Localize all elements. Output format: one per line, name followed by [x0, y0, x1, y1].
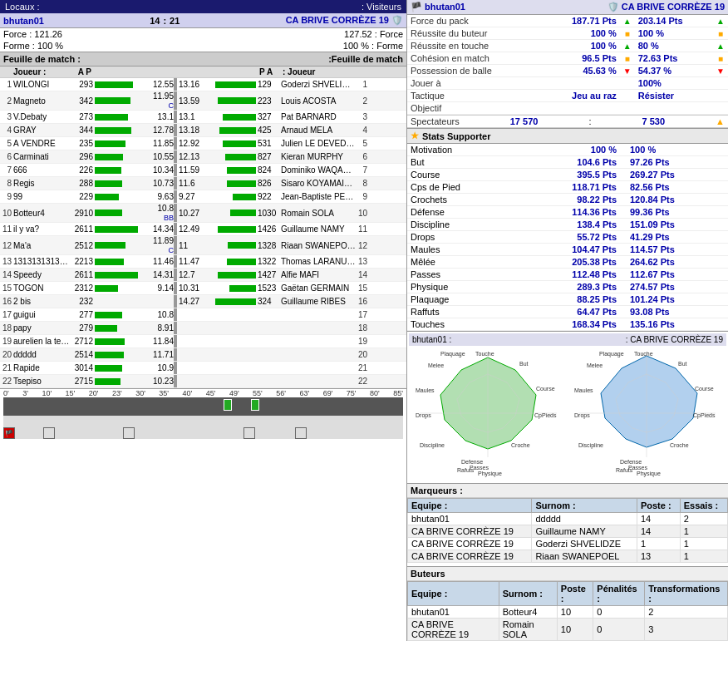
svg-text:Course: Course [695, 386, 714, 392]
svg-text:Defense: Defense [620, 459, 642, 465]
player-ap-left: 279 [70, 323, 93, 333]
player-name-left: A VENDRE [12, 139, 70, 148]
buteur-row: CA BRIVE CORRÈZE 19 Romain SOLA 10 0 3 [408, 619, 728, 641]
supporter-row: Raffuts 64.47 Pts 93.08 Pts [407, 306, 728, 318]
player-name-left: ddddd [12, 350, 70, 359]
bar-left [93, 224, 147, 234]
supporter-val-left: 64.47 Pts [519, 306, 620, 318]
spectateurs-home: 17 570 [510, 116, 539, 126]
bar-right [204, 283, 258, 293]
player-num-left: 6 [0, 152, 12, 161]
visitors-label: : Visiteurs [362, 2, 401, 12]
stat-row: Possession de balle 45.63 % ▼ 54.37 % ▼ [407, 65, 728, 77]
stat-row: Force du pack 187.71 Pts ▲ 203.14 Pts ▲ [407, 15, 728, 27]
svg-text:Physique: Physique [637, 471, 661, 477]
stat-row: Réussite du buteur 100 % ■ 100 % ■ [407, 27, 728, 40]
col-bar-right [204, 67, 258, 77]
player-name-left: 99 [12, 192, 70, 201]
player-name-left: 2 bis [12, 297, 70, 306]
player-ap-left: 288 [70, 179, 93, 188]
bar-right [204, 297, 258, 307]
player-ap-right: 1322 [258, 257, 281, 266]
player-list: 1 WILONGI 293 12.55 13.16 129 Goderzi SH… [0, 78, 406, 388]
player-row: 6 Carminati 296 10.55 12.13 827 Kieran M… [0, 150, 406, 164]
svg-text:But: But [678, 361, 687, 367]
player-ap-right: 1426 [258, 224, 281, 234]
stat-val-right: 100% [635, 77, 713, 90]
stat-arrow: ■ [620, 27, 635, 40]
player-ap-right: 324 [258, 297, 281, 306]
supporter-label: Physique [407, 281, 519, 293]
player-name-left: Speedy [12, 270, 70, 279]
column-headers: Joueur : A P P A : Joueur [0, 67, 406, 78]
player-name-right: Pat BARNARD [281, 112, 356, 121]
supporter-label: Cps de Pied [407, 181, 519, 194]
player-ap-left: 229 [70, 192, 93, 201]
player-name-left: Ma'a [12, 241, 70, 250]
bar-right [204, 377, 258, 387]
player-row: 11 il y va? 2611 14.34 12.49 1426 Guilla… [0, 223, 406, 236]
radar-header: bhutan01 : : CA BRIVE CORRÈZE 19 [409, 333, 726, 346]
buteur-penalites: 0 [593, 606, 645, 619]
stat-val-left: 100 % [542, 27, 620, 40]
player-row: 2 Magneto 342 11.95 C 13.59 223 Louis AC… [0, 91, 406, 111]
player-num-left: 8 [0, 179, 12, 188]
bar-left [93, 337, 147, 347]
player-row: 19 aurelien la terreur 2712 11.84 19 [0, 335, 406, 348]
player-num-right: 7 [356, 165, 367, 175]
score-right: 13.59 [177, 96, 204, 106]
supporter-row: Maules 104.47 Pts 114.57 Pts [407, 244, 728, 256]
player-num-right: 15 [356, 283, 367, 293]
player-ap-left: 226 [70, 165, 93, 175]
score-left: 12.78 [147, 126, 174, 135]
player-ap-left: 232 [70, 297, 93, 306]
player-ap-left: 3014 [70, 363, 93, 372]
bar-right [204, 192, 258, 202]
stat-val-left: 100 % [542, 40, 620, 52]
score-left: 14.31 [147, 270, 174, 279]
stat-val-right: 72.63 Pts [635, 52, 713, 65]
supporter-val-left: 114.36 Pts [519, 206, 620, 219]
supporter-val-right: 264.62 Pts [627, 256, 728, 269]
marqueur-row: CA BRIVE CORRÈZE 19 Guillaume NAMY 14 1 [408, 525, 728, 538]
stat-arrow2 [713, 90, 728, 102]
bar-left [93, 192, 147, 202]
player-ap-left: 235 [70, 139, 93, 148]
stat-val-left [542, 102, 620, 115]
player-num-left: 3 [0, 112, 12, 121]
stat-arrow: ■ [620, 52, 635, 65]
bar-left [93, 270, 147, 280]
player-ap-right: 827 [258, 152, 281, 161]
supporter-row: Touches 168.34 Pts 135.16 Pts [407, 318, 728, 331]
player-name-right: Guillaume NAMY [281, 224, 356, 234]
supporter-val-right: 99.36 Pts [627, 206, 728, 219]
supporter-label: Touches [407, 318, 519, 331]
svg-text:Touche: Touche [634, 351, 653, 357]
marqueur-equipe: CA BRIVE CORRÈZE 19 [408, 538, 532, 550]
player-name-left: Rapide [12, 363, 70, 372]
marqueur-surnom: Goderzi SHVELIDZE [532, 538, 637, 550]
force-home: Force : 121.26 [3, 29, 62, 39]
player-name-right: Thomas LARANUERA [281, 257, 356, 266]
col-score-right [177, 67, 204, 77]
player-row: 5 A VENDRE 235 11.85 12.92 531 Julien LE… [0, 137, 406, 150]
bar-left [93, 257, 147, 267]
score-left: 13.1 [147, 112, 174, 121]
col-pa-right: P A [258, 67, 281, 77]
svg-text:But: But [519, 361, 529, 367]
bar-left [93, 240, 147, 250]
player-num-right: 16 [356, 297, 367, 306]
player-name-right: Arnaud MELA [281, 126, 356, 135]
player-name-right: Jean-Baptiste PEJOINE [281, 192, 356, 201]
player-num-right: 13 [356, 257, 367, 266]
stat-arrow2: ▲ [713, 40, 728, 52]
bar-right [204, 179, 258, 189]
stat-val-right: Résister [635, 90, 713, 102]
score-left: 10.8 [147, 310, 174, 319]
main-stats-table: Force du pack 187.71 Pts ▲ 203.14 Pts ▲ … [407, 15, 728, 115]
supporter-label: Défense [407, 206, 519, 219]
player-num-left: 15 [0, 283, 12, 293]
svg-text:Croche: Croche [511, 442, 530, 448]
score-right: 14.27 [177, 297, 204, 306]
player-name-left: aurelien la terreur [12, 337, 70, 346]
